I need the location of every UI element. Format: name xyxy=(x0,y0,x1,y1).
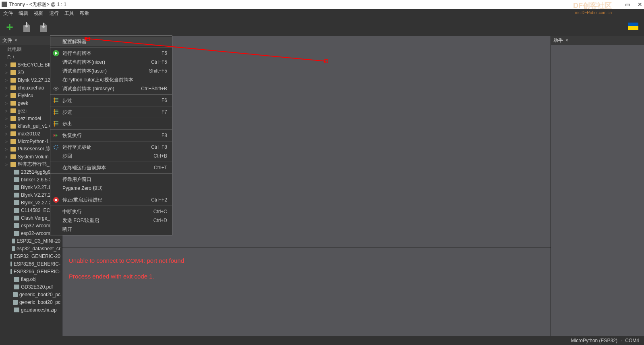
menu-item-shortcut: Ctrl+T xyxy=(154,165,167,170)
maximize-button[interactable]: ▭ xyxy=(625,1,630,8)
menu-item[interactable]: 停止/重启后端进程Ctrl+F2 xyxy=(50,195,172,204)
watermark: DF创客社区 mc.DFRobot.com.cn xyxy=(573,1,612,15)
menu-item-shortcut: Shift+F5 xyxy=(149,68,167,74)
tree-file[interactable]: ESP8266_GENERIC- xyxy=(0,268,62,275)
svg-marker-4 xyxy=(54,134,56,137)
menu-item-shortcut: Ctrl+Shift+B xyxy=(141,86,167,91)
shell-line: Unable to connect to COM4: port not foun… xyxy=(69,255,541,266)
menu-separator xyxy=(50,141,172,141)
menu-separator xyxy=(50,94,172,95)
menu-item[interactable]: 调试当前脚本(nicer)Ctrl+F5 xyxy=(50,58,172,67)
menu-item[interactable]: 步进F7 xyxy=(50,108,172,116)
status-port[interactable]: COM4 xyxy=(625,338,639,343)
menu-item[interactable]: 步回Ctrl+B xyxy=(50,152,172,160)
menu-view[interactable]: 视图 xyxy=(34,10,43,17)
close-panel-icon[interactable]: × xyxy=(14,37,17,43)
close-button[interactable]: ✕ xyxy=(638,1,642,8)
blank-icon xyxy=(52,58,60,66)
menu-item[interactable]: 调试当前脚本(faster)Shift+F5 xyxy=(50,67,172,75)
menu-item[interactable]: 步出 xyxy=(50,119,172,128)
menu-item-label: 配置解释器 xyxy=(62,38,165,45)
menu-item-shortcut: F7 xyxy=(162,109,167,115)
cursor-icon xyxy=(52,143,60,151)
menu-separator xyxy=(50,129,172,130)
menu-item-label: 在Python Tutor上可视化当前脚本 xyxy=(62,77,165,83)
menu-item-label: 步过 xyxy=(62,97,159,104)
blank-icon xyxy=(52,226,60,233)
menu-separator xyxy=(50,47,172,48)
tree-file[interactable]: generic_boot20_pc xyxy=(0,291,62,298)
menu-item[interactable]: Pygame Zero 模式 xyxy=(50,184,172,193)
menu-item-shortcut: Ctrl+F5 xyxy=(151,59,167,65)
svg-marker-5 xyxy=(56,134,58,137)
shell-panel[interactable]: Unable to connect to COM4: port not foun… xyxy=(62,247,551,336)
window-controls: — ▭ ✕ xyxy=(612,1,642,8)
menu-item[interactable]: 发送 EOF/软重启Ctrl+D xyxy=(50,216,172,225)
menu-tools[interactable]: 工具 xyxy=(64,10,74,17)
tree-file[interactable]: generic_boot20_pc xyxy=(0,298,62,306)
menu-item-shortcut: Ctrl+C xyxy=(153,209,167,214)
run-menu-dropdown[interactable]: 配置解释器运行当前脚本F5调试当前脚本(nicer)Ctrl+F5调试当前脚本(… xyxy=(50,35,172,235)
tree-file[interactable]: flag.obj xyxy=(0,275,62,283)
step-icon xyxy=(52,108,60,116)
new-file-button[interactable]: + xyxy=(4,21,15,33)
menu-help[interactable]: 帮助 xyxy=(80,10,89,17)
blank-icon xyxy=(52,67,60,75)
menu-item[interactable]: 中断执行Ctrl+C xyxy=(50,207,172,216)
menu-item-label: 恢复执行 xyxy=(62,132,159,139)
save-file-button[interactable] xyxy=(38,21,49,33)
menu-item[interactable]: 步过F6 xyxy=(50,96,172,105)
menu-item-shortcut: F5 xyxy=(162,50,167,56)
minimize-button[interactable]: — xyxy=(612,1,618,8)
assistant-panel-tab[interactable]: 助手 × xyxy=(551,36,644,45)
blank-icon xyxy=(52,208,60,215)
status-interpreter[interactable]: MicroPython (ESP32) xyxy=(571,338,617,343)
menu-bar: 文件 编辑 视图 运行 工具 帮助 xyxy=(0,9,644,18)
menu-item-label: 调试当前脚本(nicer) xyxy=(62,59,149,66)
menu-item[interactable]: 断开 xyxy=(50,225,172,234)
tree-file[interactable]: ESP32_GENERIC-20 xyxy=(0,252,62,260)
menu-item[interactable]: 恢复执行F8 xyxy=(50,131,172,140)
menu-item[interactable]: 在终端运行当前脚本Ctrl+T xyxy=(50,163,172,172)
menu-item-label: 中断执行 xyxy=(62,208,151,215)
menu-file[interactable]: 文件 xyxy=(3,10,13,17)
stop-icon xyxy=(52,196,60,204)
menu-item[interactable]: 配置解释器 xyxy=(50,37,172,46)
menu-separator xyxy=(50,173,172,174)
blank-icon xyxy=(52,217,60,224)
blank-icon xyxy=(52,185,60,192)
tree-file[interactable]: ESP8266_GENERIC- xyxy=(0,260,62,268)
menu-separator xyxy=(50,206,172,206)
menu-item[interactable]: 运行至光标处Ctrl+F8 xyxy=(50,143,172,152)
tree-file[interactable]: esp32_datasheet_cr xyxy=(0,245,62,252)
menu-item-label: 在终端运行当前脚本 xyxy=(62,164,151,171)
menu-run[interactable]: 运行 xyxy=(49,10,59,17)
menu-item[interactable]: 在Python Tutor上可视化当前脚本 xyxy=(50,75,172,84)
blank-icon xyxy=(52,152,60,160)
play-green-icon xyxy=(52,50,60,57)
menu-item[interactable]: 运行当前脚本F5 xyxy=(50,49,172,58)
blank-icon xyxy=(52,38,60,45)
status-sep: · xyxy=(621,338,622,343)
tree-file[interactable]: GD32E320.pdf xyxy=(0,283,62,291)
eye-icon xyxy=(52,85,60,92)
svg-point-3 xyxy=(55,88,57,89)
blank-icon xyxy=(52,176,60,183)
tree-file[interactable]: gezidanceshi.zip xyxy=(0,306,62,314)
close-panel-icon[interactable]: × xyxy=(565,37,568,43)
menu-separator xyxy=(50,194,172,194)
step-icon xyxy=(52,120,60,127)
menu-item-label: 运行至光标处 xyxy=(62,144,149,151)
title-bar: Thonny - <无标题> @ 1 : 1 — ▭ ✕ xyxy=(0,0,644,9)
open-file-button[interactable] xyxy=(21,21,32,33)
menu-edit[interactable]: 编辑 xyxy=(19,10,28,17)
menu-item-label: 发送 EOF/软重启 xyxy=(62,217,151,224)
menu-separator xyxy=(50,162,172,162)
tree-file[interactable]: ESP32_C3_MINI-20 xyxy=(0,237,62,245)
toolbar: + xyxy=(0,18,644,36)
step-icon xyxy=(52,97,60,104)
assistant-panel: 助手 × xyxy=(551,36,644,336)
menu-item[interactable]: 停靠用户窗口 xyxy=(50,175,172,184)
menu-item[interactable]: 调试当前脚本 (birdseye)Ctrl+Shift+B xyxy=(50,84,172,93)
menu-item-label: 调试当前脚本 (birdseye) xyxy=(62,85,139,92)
